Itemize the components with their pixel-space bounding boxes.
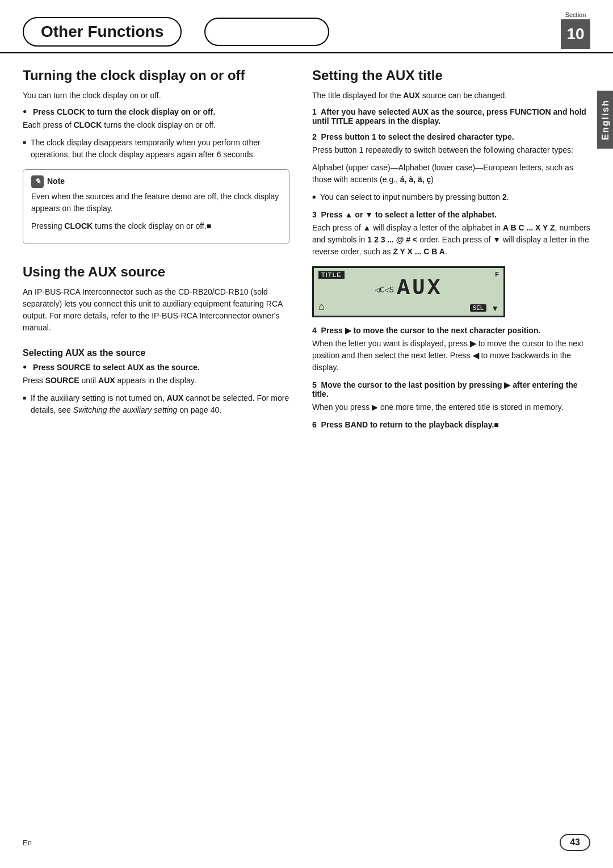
section-info: Section 10: [561, 11, 590, 49]
step2-bullet: You can select to input numbers by press…: [312, 191, 590, 203]
footer-area: En 43: [0, 828, 613, 857]
section-text: Section: [561, 11, 590, 18]
aux-display: TITLE F ◁C◁S AUX ⌂ SEL ▼: [312, 266, 505, 317]
aux-note-bullet: If the auxiliary setting is not turned o…: [23, 392, 289, 416]
step4-heading: 4 Press ▶ to move the cursor to the next…: [312, 326, 590, 335]
step2-types: Alphabet (upper case)—Alphabet (lower ca…: [312, 162, 590, 186]
language-tab: English: [597, 91, 613, 149]
step1-block: 1 After you have selected AUX as the sou…: [312, 107, 590, 125]
setting-aux-title: Setting the AUX title: [312, 68, 590, 84]
aux-f-label: F: [495, 271, 499, 278]
aux-bottom-right: SEL ▼: [470, 304, 499, 313]
setting-aux-intro: The title displayed for the AUX source c…: [312, 90, 590, 102]
aux-arrow-down-icon: ▼: [491, 304, 499, 313]
step5-heading: 5 Move the cursor to the last position b…: [312, 380, 590, 399]
right-column: Setting the AUX title The title displaye…: [312, 53, 590, 436]
step6-heading: 6 Press BAND to return to the playback d…: [312, 420, 590, 429]
left-column: Turning the clock display on or off You …: [23, 53, 289, 436]
selecting-aux-section: Selecting AUX as the source Press SOURCE…: [23, 348, 289, 416]
aux-sel-label: SEL: [470, 304, 486, 312]
step1-heading: 1 After you have selected AUX as the sou…: [312, 107, 590, 125]
using-aux-title: Using the AUX source: [23, 264, 289, 280]
aux-title-label: TITLE: [318, 271, 345, 279]
page-container: Other Functions Section 10 English Turni…: [0, 0, 613, 868]
selecting-aux-title: Selecting AUX as the source: [23, 348, 289, 358]
note-label: Note: [47, 175, 65, 187]
aux-main-display: AUX: [397, 276, 442, 300]
turning-clock-intro: You can turn the clock display on or off…: [23, 90, 289, 102]
main-content: Turning the clock display on or off You …: [0, 53, 613, 436]
section-number: 10: [561, 19, 590, 49]
aux-cursor-chars: ◁C◁S: [375, 285, 394, 294]
note-header: ✎ Note: [31, 175, 281, 188]
section-badge-label: Other Functions: [23, 17, 182, 47]
step3-body: Each press of ▲ will display a letter of…: [312, 222, 590, 258]
step5-block: 5 Move the cursor to the last position b…: [312, 380, 590, 413]
step3-heading: 3 Press ▲ or ▼ to select a letter of the…: [312, 210, 590, 219]
clock-square-bullet: The clock display disappears temporarily…: [23, 137, 289, 161]
clock-para1: Each press of CLOCK turns the clock disp…: [23, 119, 289, 131]
aux-bottom-left: ⌂: [318, 301, 325, 313]
step2-block: 2 Press button 1 to select the desired c…: [312, 132, 590, 203]
press-source-heading: Press SOURCE to select AUX as the source…: [23, 363, 289, 372]
step4-body: When the letter you want is displayed, p…: [312, 338, 590, 374]
note-icon: ✎: [31, 175, 44, 188]
step2-body1: Press button 1 repeatedly to switch betw…: [312, 144, 590, 156]
using-aux-body: An IP-BUS-RCA Interconnector such as the…: [23, 286, 289, 334]
lang-indicator: En: [23, 838, 32, 847]
using-aux-section: Using the AUX source An IP-BUS-RCA Inter…: [23, 264, 289, 334]
note-text2: Pressing CLOCK turns the clock display o…: [31, 220, 281, 232]
header-area: Other Functions Section 10: [0, 0, 613, 53]
step4-block: 4 Press ▶ to move the cursor to the next…: [312, 326, 590, 374]
note-box: ✎ Note Even when the sources and the fea…: [23, 169, 289, 244]
step5-body: When you press ▶ one more time, the ente…: [312, 401, 590, 413]
press-clock-heading: Press CLOCK to turn the clock display on…: [23, 107, 289, 116]
setting-aux-section: Setting the AUX title The title displaye…: [312, 68, 590, 429]
step3-block: 3 Press ▲ or ▼ to select a letter of the…: [312, 210, 590, 258]
note-text1: Even when the sources and the feature de…: [31, 191, 281, 215]
turning-clock-title: Turning the clock display on or off: [23, 68, 289, 84]
step6-block: 6 Press BAND to return to the playback d…: [312, 420, 590, 429]
press-source-body: Press SOURCE until AUX appears in the di…: [23, 375, 289, 387]
page-number: 43: [560, 834, 590, 851]
header-right-box: [204, 18, 329, 46]
step2-heading: 2 Press button 1 to select the desired c…: [312, 132, 590, 141]
turning-clock-section: Turning the clock display on or off You …: [23, 68, 289, 244]
aux-display-bottom: ⌂ SEL ▼: [318, 301, 499, 313]
